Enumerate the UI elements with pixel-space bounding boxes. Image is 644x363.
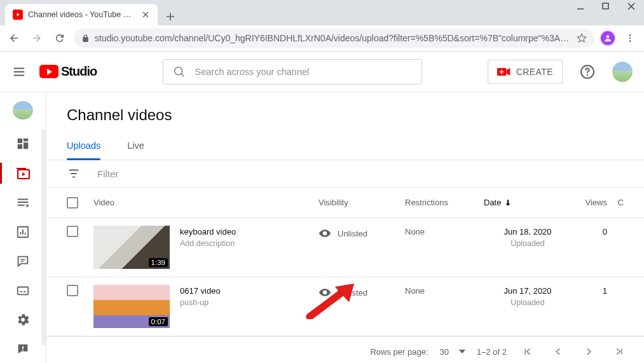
kebab-menu-icon[interactable] — [621, 29, 639, 47]
tab-uploads[interactable]: Uploads — [67, 132, 100, 160]
col-video[interactable]: Video — [93, 198, 319, 207]
col-restrictions[interactable]: Restrictions — [405, 198, 484, 207]
new-tab-button[interactable] — [161, 8, 179, 25]
forward-button[interactable] — [28, 29, 46, 47]
col-views[interactable]: Views — [572, 198, 607, 207]
youtube-play-icon — [39, 65, 58, 78]
filter-bar — [46, 160, 644, 188]
col-visibility[interactable]: Visibility — [319, 198, 405, 207]
table-header: Video Visibility Restrictions Date Views… — [46, 188, 644, 218]
select-all-checkbox[interactable] — [67, 197, 78, 209]
visibility-cell[interactable]: Unlisted — [319, 226, 405, 240]
table-row[interactable]: 0:07 0617 video push-up Unlisted None Ju… — [46, 277, 644, 336]
sidebar-content-icon[interactable] — [3, 159, 43, 187]
video-description: Add description — [180, 239, 236, 248]
sidebar-playlists-icon[interactable] — [3, 189, 43, 217]
hamburger-icon[interactable] — [11, 64, 27, 79]
visibility-unlisted-icon — [319, 227, 331, 240]
content-tabs: Uploads Live — [46, 132, 644, 160]
create-button[interactable]: CREATE — [488, 60, 563, 84]
row-checkbox[interactable] — [67, 226, 78, 237]
table-row[interactable]: 1:39 keyboard video Add description Unli… — [46, 218, 644, 277]
logo-text: Studio — [61, 64, 97, 79]
tab-live[interactable]: Live — [127, 132, 144, 160]
filter-input[interactable] — [97, 168, 218, 179]
video-title[interactable]: keyboard video — [180, 227, 236, 236]
window-close-icon[interactable] — [627, 3, 639, 10]
bookmark-star-icon[interactable] — [577, 33, 587, 43]
dropdown-icon — [459, 350, 465, 353]
search-input[interactable] — [195, 67, 413, 77]
video-thumbnail[interactable]: 1:39 — [93, 226, 170, 269]
search-icon — [172, 65, 186, 79]
browser-tab[interactable]: Channel videos - YouTube Studio — [5, 4, 158, 25]
pagination: Rows per page: 30 1–2 of 2 — [46, 336, 644, 363]
page-title: Channel videos — [46, 92, 644, 132]
search-box[interactable] — [163, 59, 422, 85]
rows-per-page-label: Rows per page: — [370, 347, 428, 357]
tab-title: Channel videos - YouTube Studio — [28, 10, 136, 19]
help-icon[interactable] — [575, 60, 599, 84]
views-cell: 0 — [572, 226, 607, 236]
window-controls — [577, 3, 639, 10]
visibility-unlisted-icon — [319, 286, 331, 299]
browser-chrome: Channel videos - YouTube Studio studio.y… — [0, 0, 644, 51]
svg-point-5 — [174, 67, 182, 74]
sidebar — [0, 92, 46, 363]
sidebar-analytics-icon[interactable] — [3, 218, 43, 246]
user-avatar[interactable] — [612, 62, 633, 82]
svg-rect-11 — [24, 143, 28, 149]
date-cell: Jun 17, 2020 Uploaded — [484, 285, 572, 307]
prev-page-button[interactable] — [549, 342, 568, 361]
video-title[interactable]: 0617 video — [180, 286, 221, 296]
restrictions-cell: None — [405, 226, 484, 236]
sidebar-comments-icon[interactable] — [3, 247, 43, 275]
svg-rect-10 — [24, 139, 28, 142]
visibility-cell[interactable]: Unlisted — [319, 285, 405, 299]
next-page-button[interactable] — [579, 342, 598, 361]
rows-per-page-select[interactable]: 30 — [440, 347, 465, 357]
sidebar-subtitles-icon[interactable] — [3, 277, 43, 305]
filter-icon[interactable] — [67, 167, 81, 181]
reload-button[interactable] — [51, 29, 69, 47]
svg-point-4 — [629, 40, 631, 42]
col-date[interactable]: Date — [484, 198, 572, 207]
youtube-favicon — [13, 10, 23, 20]
duration-badge: 1:39 — [149, 258, 168, 267]
main-content: Channel videos Uploads Live Video Visibi… — [46, 92, 644, 363]
svg-point-3 — [629, 38, 631, 39]
create-label: CREATE — [516, 67, 553, 77]
create-camera-icon — [497, 67, 511, 77]
first-page-button[interactable] — [518, 342, 537, 361]
channel-avatar[interactable] — [13, 101, 33, 120]
last-page-button[interactable] — [610, 342, 629, 361]
col-more: C — [607, 198, 624, 207]
svg-rect-12 — [18, 144, 22, 149]
page-range: 1–2 of 2 — [477, 347, 507, 357]
sidebar-settings-icon[interactable] — [3, 306, 43, 334]
lock-icon — [81, 34, 90, 43]
svg-rect-16 — [18, 287, 29, 294]
svg-rect-17 — [22, 346, 24, 349]
video-table: Video Visibility Restrictions Date Views… — [46, 188, 644, 363]
restrictions-cell: None — [405, 285, 484, 296]
svg-point-8 — [587, 74, 588, 75]
date-cell: Jun 18, 2020 Uploaded — [484, 226, 572, 248]
sidebar-dashboard-icon[interactable] — [3, 130, 43, 158]
chrome-profile-icon[interactable] — [599, 30, 616, 46]
url-text: studio.youtube.com/channel/UCy0_hgRIY6IB… — [95, 33, 572, 43]
row-checkbox[interactable] — [67, 285, 78, 296]
duration-badge: 0:07 — [149, 317, 168, 326]
back-button[interactable] — [5, 29, 23, 47]
url-box[interactable]: studio.youtube.com/channel/UCy0_hgRIY6IB… — [74, 29, 594, 48]
minimize-icon[interactable] — [577, 3, 588, 10]
close-icon[interactable] — [141, 10, 150, 19]
sidebar-feedback-icon[interactable] — [3, 335, 43, 363]
video-thumbnail[interactable]: 0:07 — [93, 285, 170, 328]
sort-desc-icon — [504, 198, 512, 207]
maximize-icon[interactable] — [602, 3, 613, 10]
svg-rect-18 — [22, 350, 24, 351]
video-description: push-up — [180, 298, 221, 307]
studio-logo[interactable]: Studio — [39, 64, 97, 79]
svg-rect-1 — [603, 3, 608, 9]
